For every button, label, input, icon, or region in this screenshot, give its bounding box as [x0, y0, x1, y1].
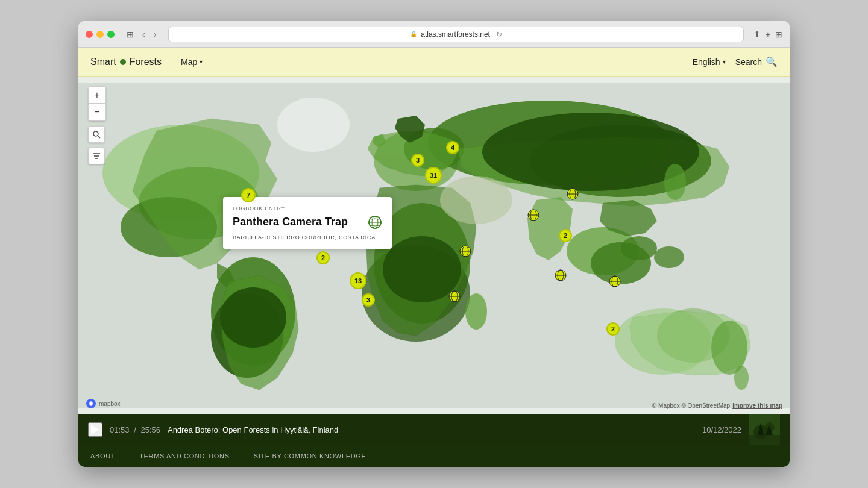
logo[interactable]: Smart Forests: [90, 57, 162, 67]
svg-point-21: [621, 236, 657, 260]
cluster-marker-4[interactable]: 4: [446, 141, 459, 154]
forward-btn[interactable]: ›: [151, 28, 159, 40]
cluster-count: 7: [247, 192, 250, 199]
traffic-lights: [86, 31, 115, 38]
globe-cluster-seasia[interactable]: [567, 188, 579, 200]
cluster-marker-13[interactable]: 13: [350, 272, 366, 289]
svg-point-25: [664, 164, 686, 200]
logo-text-forests: Forests: [130, 57, 162, 67]
share-icon[interactable]: ⬆: [753, 30, 761, 39]
map-popup[interactable]: LOGBOOK ENTRY Panthera Camera Trap BARBI…: [223, 197, 392, 249]
mapbox-logo: mapbox: [86, 398, 121, 409]
cluster-marker-3-eu[interactable]: 3: [411, 154, 424, 167]
map-filter-button[interactable]: [88, 148, 105, 164]
cluster-marker-2-africa[interactable]: 2: [559, 229, 572, 242]
svg-point-20: [440, 176, 512, 224]
nav-menu: Map ▾: [176, 55, 207, 69]
search-label: Search: [735, 57, 762, 67]
svg-point-24: [465, 293, 487, 330]
grid-icon[interactable]: ⊞: [775, 30, 782, 39]
cluster-count: 2: [611, 325, 615, 333]
audio-thumbnail: [749, 414, 780, 445]
improve-link[interactable]: Improve this map: [732, 402, 782, 409]
globe-cluster-india[interactable]: [527, 209, 539, 221]
cluster-count: 2: [564, 232, 567, 239]
cluster-marker-2-aus[interactable]: 2: [606, 322, 620, 336]
map-credit: © Mapbox © OpenStreetMap Improve this ma…: [652, 402, 782, 409]
logo-dot: [120, 59, 126, 65]
new-tab-icon[interactable]: +: [766, 30, 770, 39]
svg-point-55: [90, 402, 92, 405]
language-label: English: [693, 57, 720, 67]
globe-cluster-sea[interactable]: [555, 269, 567, 281]
lock-icon: 🔒: [410, 31, 417, 37]
world-map-svg: [78, 77, 790, 414]
lang-chevron: ▾: [723, 58, 726, 65]
footer-about[interactable]: ABOUT: [90, 452, 115, 460]
mapbox-logo-icon: [86, 398, 96, 409]
search-icon: [92, 130, 101, 139]
map-controls: + −: [88, 86, 106, 164]
nav-map[interactable]: Map ▾: [176, 55, 207, 69]
reload-icon[interactable]: ↻: [496, 30, 502, 39]
cluster-marker-2-sa-top[interactable]: 2: [316, 251, 330, 264]
globe-cluster-africa[interactable]: [459, 245, 471, 257]
credit-text: © Mapbox © OpenStreetMap: [652, 402, 730, 409]
search-button[interactable]: Search 🔍: [735, 56, 778, 67]
cluster-marker-7[interactable]: 7: [241, 188, 256, 202]
app-content: Smart Forests Map ▾ English ▾ Search 🔍: [78, 48, 790, 467]
cluster-count: 4: [451, 144, 454, 151]
audio-current-time: 01:53 / 25:56: [110, 425, 160, 434]
play-icon: [91, 425, 99, 434]
popup-globe-icon: [368, 215, 382, 230]
audio-player-bar: 01:53 / 25:56 Andrea Botero: Open Forest…: [78, 414, 790, 445]
traffic-light-close[interactable]: [86, 31, 93, 38]
globe-cluster-africa2[interactable]: [448, 290, 461, 302]
back-btn[interactable]: ‹: [140, 28, 148, 40]
language-selector[interactable]: English ▾: [693, 57, 726, 67]
nav-map-chevron: ▾: [200, 58, 203, 65]
footer-site[interactable]: SITE BY COMMON KNOWLEDGE: [254, 452, 366, 460]
nav-right: English ▾ Search 🔍: [693, 56, 778, 67]
browser-navigation: ⊞ ‹ ›: [124, 28, 159, 40]
browser-chrome: ⊞ ‹ › 🔒 atlas.smartforests.net ↻ ⬆ + ⊞: [78, 21, 790, 48]
globe-cluster-nz[interactable]: [609, 275, 621, 287]
sidebar-toggle-btn[interactable]: ⊞: [124, 28, 136, 40]
footer-terms[interactable]: TERMS AND CONDITIONS: [139, 452, 230, 460]
search-icon: 🔍: [766, 56, 778, 67]
footer: ABOUT TERMS AND CONDITIONS SITE BY COMMO…: [78, 445, 790, 467]
svg-point-17: [220, 287, 286, 348]
popup-title-row: Panthera Camera Trap: [233, 215, 382, 230]
svg-point-4: [277, 98, 350, 152]
cluster-count: 2: [321, 254, 325, 261]
map-search-button[interactable]: [88, 126, 105, 143]
address-bar[interactable]: 🔒 atlas.smartforests.net ↻: [168, 27, 743, 42]
play-button[interactable]: [88, 422, 102, 437]
audio-date: 10/12/2022: [702, 425, 741, 434]
popup-title: Panthera Camera Trap: [233, 216, 348, 229]
cluster-marker-31[interactable]: 31: [425, 167, 442, 184]
top-nav: Smart Forests Map ▾ English ▾ Search 🔍: [78, 48, 790, 77]
cluster-count: 3: [366, 296, 370, 304]
filter-icon: [92, 152, 101, 160]
cluster-count: 3: [416, 157, 420, 164]
logo-text-smart: Smart: [90, 57, 116, 67]
zoom-in-button[interactable]: +: [89, 87, 105, 104]
cluster-count: 31: [430, 172, 437, 179]
map-area[interactable]: + − LO: [78, 77, 790, 414]
traffic-light-fullscreen[interactable]: [107, 31, 115, 38]
svg-point-22: [654, 246, 684, 268]
browser-actions: ⬆ + ⊞: [753, 30, 782, 39]
nav-map-label: Map: [181, 57, 197, 67]
url-text: atlas.smartforests.net: [421, 30, 490, 39]
svg-point-26: [734, 366, 749, 390]
zoom-out-button[interactable]: −: [89, 104, 105, 120]
cluster-marker-3-sa[interactable]: 3: [362, 293, 375, 307]
mapbox-text: mapbox: [99, 401, 121, 407]
traffic-light-minimize[interactable]: [96, 31, 104, 38]
svg-line-28: [98, 136, 100, 138]
popup-location: BARBILLA-DESTIERRO CORRIDOR, COSTA RICA: [233, 234, 382, 240]
zoom-controls: + −: [88, 86, 106, 121]
audio-title: Andrea Botero: Open Forests in Hyytiälä,…: [168, 425, 695, 434]
thumbnail-image: [749, 414, 780, 445]
